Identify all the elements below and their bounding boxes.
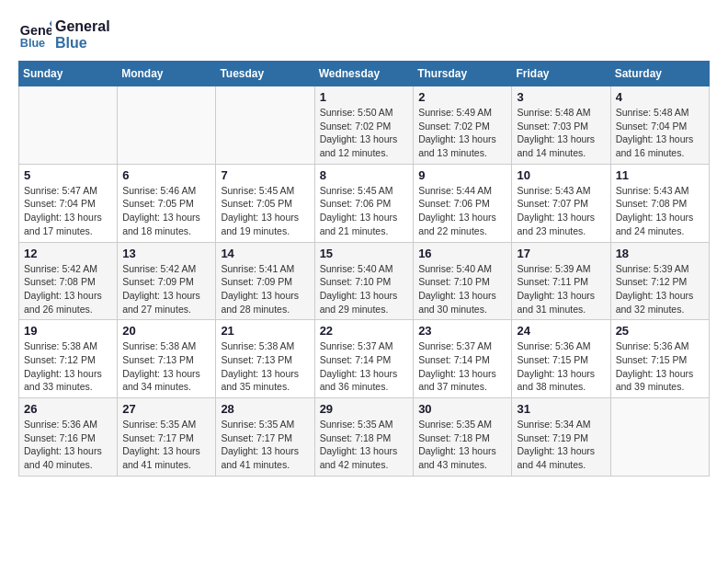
- calendar-table: SundayMondayTuesdayWednesdayThursdayFrid…: [18, 61, 710, 477]
- day-number: 5: [24, 168, 112, 182]
- day-info: Sunrise: 5:35 AM Sunset: 7:18 PM Dayligh…: [418, 418, 506, 472]
- calendar-cell: 14Sunrise: 5:41 AM Sunset: 7:09 PM Dayli…: [216, 242, 314, 320]
- day-info: Sunrise: 5:50 AM Sunset: 7:02 PM Dayligh…: [320, 106, 409, 160]
- day-info: Sunrise: 5:45 AM Sunset: 7:06 PM Dayligh…: [320, 184, 409, 238]
- logo: General Blue General Blue: [18, 18, 110, 52]
- day-info: Sunrise: 5:37 AM Sunset: 7:14 PM Dayligh…: [418, 339, 506, 394]
- calendar-cell: 27Sunrise: 5:35 AM Sunset: 7:17 PM Dayli…: [118, 398, 216, 477]
- calendar-cell: 3Sunrise: 5:48 AM Sunset: 7:03 PM Daylig…: [512, 86, 610, 165]
- day-info: Sunrise: 5:45 AM Sunset: 7:05 PM Dayligh…: [221, 184, 309, 238]
- calendar-cell: 21Sunrise: 5:38 AM Sunset: 7:13 PM Dayli…: [216, 320, 314, 398]
- day-number: 1: [320, 90, 409, 104]
- calendar-cell: 31Sunrise: 5:34 AM Sunset: 7:19 PM Dayli…: [512, 398, 610, 477]
- calendar-week-row: 19Sunrise: 5:38 AM Sunset: 7:12 PM Dayli…: [19, 320, 710, 398]
- day-info: Sunrise: 5:35 AM Sunset: 7:18 PM Dayligh…: [320, 418, 409, 472]
- day-number: 19: [24, 324, 112, 338]
- calendar-cell: 24Sunrise: 5:36 AM Sunset: 7:15 PM Dayli…: [512, 320, 610, 398]
- day-info: Sunrise: 5:40 AM Sunset: 7:10 PM Dayligh…: [320, 262, 409, 316]
- day-info: Sunrise: 5:48 AM Sunset: 7:03 PM Dayligh…: [517, 106, 605, 160]
- calendar-cell: 9Sunrise: 5:44 AM Sunset: 7:06 PM Daylig…: [414, 164, 512, 242]
- svg-text:Blue: Blue: [20, 37, 45, 50]
- day-number: 17: [517, 247, 605, 260]
- calendar-cell: 17Sunrise: 5:39 AM Sunset: 7:11 PM Dayli…: [512, 242, 610, 320]
- calendar-cell: 12Sunrise: 5:42 AM Sunset: 7:08 PM Dayli…: [19, 242, 118, 320]
- calendar-cell: 25Sunrise: 5:36 AM Sunset: 7:15 PM Dayli…: [610, 320, 709, 398]
- calendar-cell: 13Sunrise: 5:42 AM Sunset: 7:09 PM Dayli…: [118, 242, 216, 320]
- weekday-header-sunday: Sunday: [19, 62, 118, 86]
- calendar-cell: 28Sunrise: 5:35 AM Sunset: 7:17 PM Dayli…: [216, 398, 314, 477]
- weekday-header-wednesday: Wednesday: [314, 62, 414, 86]
- calendar-cell: 22Sunrise: 5:37 AM Sunset: 7:14 PM Dayli…: [314, 320, 414, 398]
- day-info: Sunrise: 5:41 AM Sunset: 7:09 PM Dayligh…: [221, 262, 309, 316]
- day-number: 15: [320, 247, 409, 260]
- calendar-cell: 26Sunrise: 5:36 AM Sunset: 7:16 PM Dayli…: [19, 398, 118, 477]
- day-number: 25: [616, 324, 704, 338]
- day-number: 10: [517, 168, 605, 182]
- day-info: Sunrise: 5:39 AM Sunset: 7:12 PM Dayligh…: [616, 262, 704, 316]
- day-info: Sunrise: 5:36 AM Sunset: 7:16 PM Dayligh…: [24, 418, 112, 472]
- calendar-header-row: SundayMondayTuesdayWednesdayThursdayFrid…: [19, 62, 710, 86]
- day-number: 8: [320, 168, 409, 182]
- day-number: 9: [418, 168, 506, 182]
- logo-line1: General: [55, 18, 110, 35]
- calendar-week-row: 1Sunrise: 5:50 AM Sunset: 7:02 PM Daylig…: [19, 86, 710, 165]
- calendar-cell: 16Sunrise: 5:40 AM Sunset: 7:10 PM Dayli…: [414, 242, 512, 320]
- calendar-cell: 19Sunrise: 5:38 AM Sunset: 7:12 PM Dayli…: [19, 320, 118, 398]
- day-number: 6: [122, 168, 210, 182]
- day-info: Sunrise: 5:43 AM Sunset: 7:07 PM Dayligh…: [517, 184, 605, 238]
- calendar-cell: 23Sunrise: 5:37 AM Sunset: 7:14 PM Dayli…: [414, 320, 512, 398]
- day-info: Sunrise: 5:35 AM Sunset: 7:17 PM Dayligh…: [122, 418, 210, 472]
- day-info: Sunrise: 5:40 AM Sunset: 7:10 PM Dayligh…: [418, 262, 506, 316]
- calendar-cell: 4Sunrise: 5:48 AM Sunset: 7:04 PM Daylig…: [610, 86, 709, 165]
- day-number: 30: [418, 402, 506, 416]
- calendar-week-row: 26Sunrise: 5:36 AM Sunset: 7:16 PM Dayli…: [19, 398, 710, 477]
- calendar-cell: [216, 86, 314, 165]
- day-info: Sunrise: 5:35 AM Sunset: 7:17 PM Dayligh…: [221, 418, 309, 472]
- day-number: 27: [122, 402, 210, 416]
- logo-line2: Blue: [55, 35, 110, 52]
- day-number: 11: [616, 168, 704, 182]
- day-info: Sunrise: 5:36 AM Sunset: 7:15 PM Dayligh…: [616, 339, 704, 394]
- day-number: 28: [221, 402, 309, 416]
- day-number: 24: [517, 324, 605, 338]
- day-number: 13: [122, 247, 210, 260]
- weekday-header-saturday: Saturday: [610, 62, 709, 86]
- day-info: Sunrise: 5:47 AM Sunset: 7:04 PM Dayligh…: [24, 184, 112, 238]
- calendar-cell: [610, 398, 709, 477]
- calendar-cell: 20Sunrise: 5:38 AM Sunset: 7:13 PM Dayli…: [118, 320, 216, 398]
- logo-icon: General Blue: [18, 18, 51, 52]
- day-number: 29: [320, 402, 409, 416]
- calendar-cell: [19, 86, 118, 165]
- calendar-cell: 2Sunrise: 5:49 AM Sunset: 7:02 PM Daylig…: [414, 86, 512, 165]
- day-number: 21: [221, 324, 309, 338]
- day-info: Sunrise: 5:37 AM Sunset: 7:14 PM Dayligh…: [320, 339, 409, 394]
- day-number: 12: [24, 247, 112, 260]
- calendar-cell: 29Sunrise: 5:35 AM Sunset: 7:18 PM Dayli…: [314, 398, 414, 477]
- day-info: Sunrise: 5:43 AM Sunset: 7:08 PM Dayligh…: [616, 184, 704, 238]
- day-info: Sunrise: 5:38 AM Sunset: 7:13 PM Dayligh…: [221, 339, 309, 394]
- calendar-cell: 6Sunrise: 5:46 AM Sunset: 7:05 PM Daylig…: [118, 164, 216, 242]
- day-info: Sunrise: 5:38 AM Sunset: 7:12 PM Dayligh…: [24, 339, 112, 394]
- calendar-cell: 18Sunrise: 5:39 AM Sunset: 7:12 PM Dayli…: [610, 242, 709, 320]
- day-number: 22: [320, 324, 409, 338]
- day-info: Sunrise: 5:44 AM Sunset: 7:06 PM Dayligh…: [418, 184, 506, 238]
- day-number: 14: [221, 247, 309, 260]
- day-number: 16: [418, 247, 506, 260]
- calendar-cell: 1Sunrise: 5:50 AM Sunset: 7:02 PM Daylig…: [314, 86, 414, 165]
- day-info: Sunrise: 5:49 AM Sunset: 7:02 PM Dayligh…: [418, 106, 506, 160]
- day-info: Sunrise: 5:46 AM Sunset: 7:05 PM Dayligh…: [122, 184, 210, 238]
- page-header: General Blue General Blue: [18, 18, 710, 52]
- day-number: 3: [517, 90, 605, 104]
- day-number: 23: [418, 324, 506, 338]
- day-number: 18: [616, 247, 704, 260]
- day-info: Sunrise: 5:36 AM Sunset: 7:15 PM Dayligh…: [517, 339, 605, 394]
- calendar-week-row: 5Sunrise: 5:47 AM Sunset: 7:04 PM Daylig…: [19, 164, 710, 242]
- day-info: Sunrise: 5:38 AM Sunset: 7:13 PM Dayligh…: [122, 339, 210, 394]
- day-number: 7: [221, 168, 309, 182]
- weekday-header-tuesday: Tuesday: [216, 62, 314, 86]
- day-number: 20: [122, 324, 210, 338]
- svg-text:General: General: [20, 23, 51, 38]
- day-number: 4: [616, 90, 704, 104]
- weekday-header-thursday: Thursday: [414, 62, 512, 86]
- calendar-cell: [118, 86, 216, 165]
